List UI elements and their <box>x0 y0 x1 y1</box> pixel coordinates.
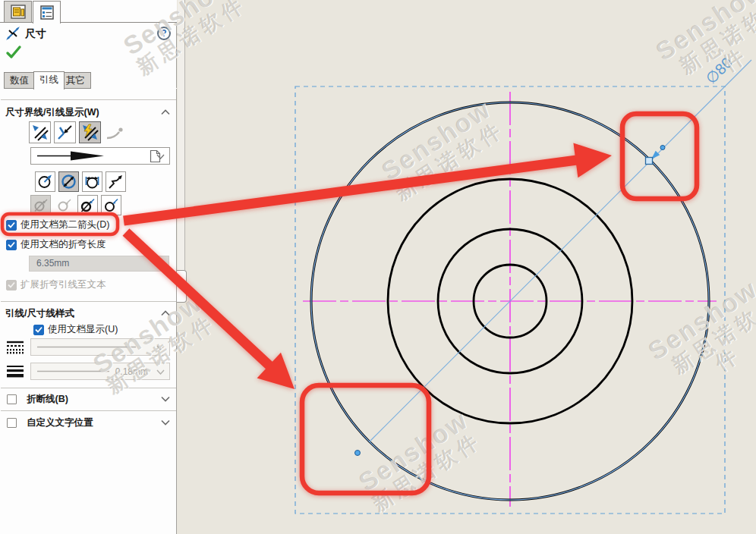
property-manager-panel: 尺寸 ? 数值 引线 其它 尺寸界线/引线显示(W) <box>0 0 177 534</box>
smart-arrows-button[interactable] <box>79 121 101 143</box>
collapse-chevron-up-icon[interactable] <box>161 109 170 115</box>
leader-diameter-button[interactable] <box>58 171 79 192</box>
dropdown-chevron-icon <box>156 369 165 375</box>
checkbox-row-second-arrow[interactable]: 使用文档第二箭头(D) <box>6 218 109 231</box>
dimension-value-text[interactable]: ∅80 <box>702 54 736 87</box>
leader-outside-button[interactable] <box>35 171 55 192</box>
diameter-style3-button[interactable] <box>77 195 98 215</box>
arrows-inside-icon <box>56 124 74 141</box>
arrow-style-preview-icon <box>36 148 112 164</box>
expand-chevron-down-icon[interactable] <box>161 419 170 426</box>
ok-check-icon <box>5 44 23 61</box>
section-witness-title: 尺寸界线/引线显示(W) <box>5 106 99 119</box>
section-break-line-row[interactable]: 折断线(B) <box>7 393 68 406</box>
dimension-icon <box>5 26 22 41</box>
expand-chevron-down-icon[interactable] <box>161 396 170 402</box>
tab-numeric[interactable]: 数值 <box>4 72 35 89</box>
collapse-chevron-up-icon[interactable] <box>161 310 170 316</box>
divider <box>1 99 176 100</box>
checkbox-row-bend-length[interactable]: 使用文档的折弯长度 <box>6 238 106 251</box>
checkbox-checked-icon[interactable] <box>6 220 17 231</box>
checkbox-unchecked-icon[interactable] <box>7 418 17 428</box>
diameter-style2-button-disabled <box>54 195 74 215</box>
checkbox-bend-length-label: 使用文档的折弯长度 <box>20 238 106 251</box>
panel-tabstrip <box>0 0 177 23</box>
line-style-icon <box>6 341 24 354</box>
circle-arrows-sides-icon <box>84 174 100 190</box>
tab-property-manager[interactable] <box>33 1 61 24</box>
feature-manager-icon <box>10 5 27 20</box>
checkbox-extend-bent-label: 扩展折弯引线至文本 <box>20 278 106 291</box>
dimension-line[interactable] <box>370 60 751 441</box>
section-leader-style-title: 引线/尺寸线样式 <box>5 307 74 320</box>
circle-diameter-arrow-icon <box>61 174 77 190</box>
dimension-handle-square[interactable] <box>646 158 653 165</box>
foreshortened-button[interactable] <box>106 171 126 192</box>
tab-feature-manager[interactable] <box>4 1 32 23</box>
property-manager-icon <box>39 5 55 20</box>
solidworks-window: 尺寸 ? 数值 引线 其它 尺寸界线/引线显示(W) <box>0 0 756 534</box>
divider <box>1 301 176 302</box>
checkbox-row-document-display[interactable]: 使用文档显示(U) <box>33 323 118 336</box>
line-thickness-value: 0.18mm <box>115 366 148 377</box>
checkbox-second-arrow-label: 使用文档第二箭头(D) <box>20 218 109 231</box>
checkbox-row-extend-bent: 扩展折弯引线至文本 <box>6 278 106 291</box>
dimension-subtabs: 数值 引线 其它 <box>0 71 177 89</box>
section-break-line-title: 折断线(B) <box>27 393 68 406</box>
dimension-arrow-grip[interactable] <box>660 146 665 150</box>
checkbox-document-display-label: 使用文档显示(U) <box>48 323 118 336</box>
dropdown-chevron-icon <box>156 154 165 159</box>
arrows-inside-button[interactable] <box>54 121 76 143</box>
diameter-style4-button[interactable] <box>101 195 121 215</box>
panel-title-row: 尺寸 ? <box>0 26 177 42</box>
bent-leader-icon-disabled <box>106 126 125 140</box>
circle-arrow-out-icon <box>37 174 53 190</box>
ok-button[interactable] <box>5 44 23 63</box>
checkbox-checked-icon[interactable] <box>6 240 17 250</box>
dimension-endpoint-grip[interactable] <box>355 451 361 456</box>
diameter-gray-icon <box>33 197 49 213</box>
panel-title: 尺寸 <box>25 27 46 41</box>
diameter-bold-arrow-icon <box>80 197 96 213</box>
panel-splitter <box>178 0 185 270</box>
line-thickness-dropdown-disabled: 0.18mm <box>30 363 170 380</box>
checkbox-disabled-icon <box>6 280 17 291</box>
line-thickness-preview <box>37 363 109 379</box>
section-custom-text-row[interactable]: 自定义文字位置 <box>7 416 93 429</box>
diameter-style1-button-disabled <box>30 195 51 215</box>
diameter-gray2-icon <box>56 197 72 213</box>
smart-arrows-icon <box>81 124 99 141</box>
checkbox-unchecked-icon[interactable] <box>7 394 17 404</box>
arrow-style-dropdown[interactable] <box>30 147 170 165</box>
panel-flyout-handle[interactable] <box>177 270 187 303</box>
bend-length-field: 6.35mm <box>29 256 169 272</box>
line-style-dropdown-disabled <box>30 338 170 356</box>
leader-both-sides-button[interactable] <box>82 171 102 192</box>
help-icon[interactable]: ? <box>157 27 171 40</box>
checkbox-checked-icon[interactable] <box>33 325 44 335</box>
divider <box>1 410 176 411</box>
diameter-thin-arrow-icon <box>103 197 119 213</box>
divider <box>1 388 176 388</box>
dropdown-chevron-icon <box>156 345 165 350</box>
section-custom-text-title: 自定义文字位置 <box>27 416 93 429</box>
tab-other[interactable]: 其它 <box>60 72 91 89</box>
tab-leader[interactable]: 引线 <box>33 71 65 90</box>
zigzag-arrow-icon <box>108 174 124 190</box>
arrows-outside-icon <box>31 124 49 141</box>
line-style-preview <box>37 339 136 355</box>
arrows-outside-button[interactable] <box>29 121 51 143</box>
line-thickness-icon <box>6 365 24 378</box>
